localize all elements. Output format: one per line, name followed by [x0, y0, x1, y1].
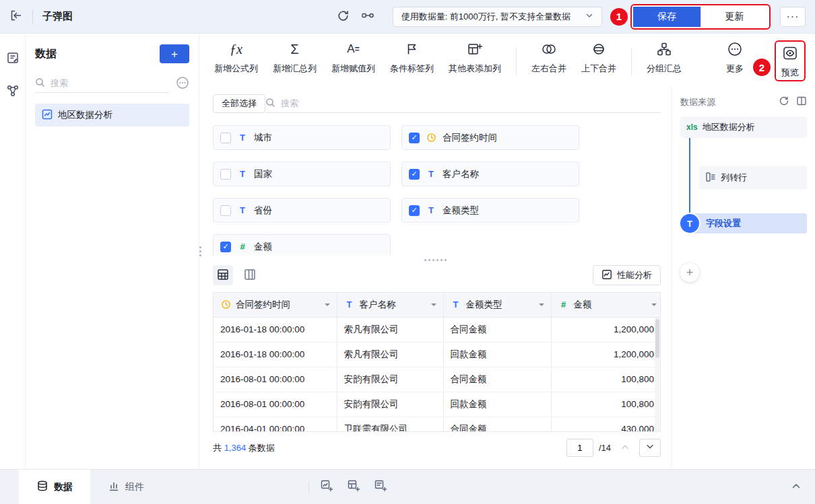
field-search-input[interactable]	[281, 98, 661, 108]
table-cell: 2016-01-18 00:00:00	[214, 317, 337, 342]
prev-page-button[interactable]	[616, 439, 634, 457]
toolbar-group-summary[interactable]: 分组汇总	[647, 40, 682, 75]
toolbar-preview[interactable]: 预览	[781, 44, 799, 79]
field-search[interactable]	[265, 94, 661, 113]
exit-edit-button[interactable]	[9, 9, 23, 24]
panel-resize-handle[interactable]	[199, 246, 201, 256]
ellipsis-circle-icon	[176, 76, 189, 92]
toolbar-more[interactable]: 更多	[726, 40, 744, 75]
toolbar-add-column-from-table[interactable]: 其他表添加列	[449, 40, 501, 75]
toolbar-join-horizontal[interactable]: 左右合并	[531, 40, 566, 75]
toolbar-new-assign-column[interactable]: A= 新增赋值列	[331, 40, 375, 75]
refresh-icon	[337, 9, 350, 24]
field-label: 客户名称	[443, 168, 479, 180]
field-item[interactable]: ✓T金额类型	[401, 198, 579, 223]
field-checkbox[interactable]: ✓	[409, 133, 420, 143]
column-header[interactable]: #金额	[551, 293, 661, 317]
column-dropdown-icon[interactable]	[651, 303, 657, 309]
toolbar-condition-tag-column[interactable]: 条件标签列	[390, 40, 434, 75]
column-header-label: 金额	[574, 299, 592, 311]
add-dataset-button[interactable]: +	[160, 44, 189, 63]
field-checkbox[interactable]	[220, 205, 231, 216]
main-area: 数据 + 地区数据分析 ƒx	[0, 34, 815, 469]
field-item[interactable]: T城市	[213, 125, 391, 150]
table-cell: 430,000	[551, 417, 661, 432]
clock-icon	[426, 133, 436, 143]
data-preview-panel: 性能分析 合同签约时间T客户名称T金额类型#金额 2016-01-18 00:0…	[199, 264, 672, 469]
data-list-panel: 数据 + 地区数据分析	[26, 34, 199, 469]
column-dropdown-icon[interactable]	[325, 303, 330, 309]
column-header[interactable]: T客户名称	[337, 293, 443, 317]
center-column: 全部选择 T城市T国家T省份✓#金额 ✓合同签约时间✓T客户名称✓T金额类型	[199, 86, 672, 469]
app-window: 子弹图 使用数据量: 前1000万行, 暂不支持全量数据 1 保存 更新 ···	[0, 0, 815, 504]
next-page-button[interactable]	[639, 439, 661, 457]
save-button[interactable]: 保存	[633, 7, 700, 27]
performance-analysis-button[interactable]: 性能分析	[593, 265, 661, 285]
insert-control-icon	[374, 479, 387, 495]
update-button[interactable]: 更新	[700, 7, 768, 27]
field-selection-area: 全部选择 T城市T国家T省份✓#金额 ✓合同签约时间✓T客户名称✓T金额类型	[199, 86, 672, 256]
field-item[interactable]: T国家	[213, 161, 391, 186]
flow-transform-node[interactable]: 列转行	[699, 166, 807, 189]
collapse-panel-button[interactable]	[791, 480, 802, 493]
fx-icon: ƒx	[230, 40, 242, 58]
dataset-search-input[interactable]	[51, 78, 169, 88]
insert-table-button[interactable]	[347, 479, 360, 495]
add-step-button[interactable]: +	[680, 263, 699, 282]
tab-components[interactable]: 组件	[90, 470, 162, 504]
history-button[interactable]	[779, 96, 789, 108]
table-cell: 1,200,000	[551, 342, 661, 367]
page-title: 子弹图	[42, 10, 73, 23]
column-header[interactable]: T金额类型	[443, 293, 551, 317]
column-view-icon	[243, 268, 257, 283]
field-checkbox[interactable]	[220, 169, 231, 180]
rail-relation-button[interactable]	[6, 84, 20, 100]
flow-field-settings-node[interactable]: T 字段设置	[680, 213, 807, 233]
grid-view-icon	[216, 268, 230, 283]
toolbar-new-summary-column[interactable]: Σ 新增汇总列	[273, 40, 317, 75]
table-header-row: 合同签约时间T客户名称T金额类型#金额	[214, 293, 661, 317]
grid-view-button[interactable]	[213, 265, 233, 285]
layout-toggle-button[interactable]	[796, 96, 807, 108]
column-dropdown-icon[interactable]	[539, 303, 544, 309]
table-cell: 回款金额	[443, 392, 551, 417]
left-rail	[0, 34, 26, 469]
page-input[interactable]	[566, 439, 593, 457]
panel-title: 数据	[35, 47, 57, 61]
flow-source-node[interactable]: xls 地区数据分析	[680, 116, 807, 138]
toolbar-union-vertical[interactable]: 上下合并	[581, 40, 616, 75]
dataset-more-button[interactable]	[176, 76, 189, 92]
table-scrollbar[interactable]	[655, 318, 660, 431]
field-checkbox[interactable]	[220, 133, 231, 143]
rail-dataset-edit-button[interactable]	[6, 51, 20, 67]
dataset-list-item[interactable]: 地区数据分析	[35, 104, 189, 127]
annotation-badge-2: 2	[753, 59, 771, 76]
select-all-button[interactable]: 全部选择	[213, 94, 265, 113]
layout-icon	[796, 96, 807, 108]
data-usage-dropdown[interactable]: 使用数据量: 前1000万行, 暂不支持全量数据	[393, 7, 602, 27]
insert-control-button[interactable]	[374, 479, 387, 495]
tab-data[interactable]: 数据	[19, 470, 90, 504]
field-checkbox[interactable]: ✓	[409, 205, 420, 216]
horizontal-splitter[interactable]	[199, 256, 672, 264]
preview-table: 合同签约时间T客户名称T金额类型#金额 2016-01-18 00:00:00索…	[213, 292, 661, 432]
refresh-button[interactable]	[337, 9, 350, 24]
field-item[interactable]: ✓T客户名称	[401, 161, 579, 186]
dataset-search[interactable]	[35, 74, 169, 93]
column-view-button[interactable]	[240, 265, 260, 285]
insert-chart-button[interactable]	[320, 479, 333, 495]
field-checkbox[interactable]: ✓	[409, 169, 420, 180]
topbar-more-button[interactable]: ···	[780, 7, 806, 27]
column-dropdown-icon[interactable]	[431, 303, 436, 309]
field-checkbox[interactable]: ✓	[220, 242, 231, 252]
field-item[interactable]: ✓合同签约时间	[401, 125, 579, 150]
text-field-icon: T	[237, 205, 248, 215]
lineage-button[interactable]	[360, 9, 375, 24]
field-item[interactable]: ✓#金额	[213, 234, 391, 256]
transform-label: 列转行	[721, 172, 747, 184]
toolbar-new-formula-column[interactable]: ƒx 新增公式列	[214, 40, 258, 75]
editor-area: ƒx 新增公式列 Σ 新增汇总列 A= 新增赋值列 条件标签列 其他表添	[199, 34, 815, 469]
field-label: 金额类型	[443, 205, 479, 217]
column-header[interactable]: 合同签约时间	[214, 293, 337, 317]
field-item[interactable]: T省份	[213, 198, 391, 223]
